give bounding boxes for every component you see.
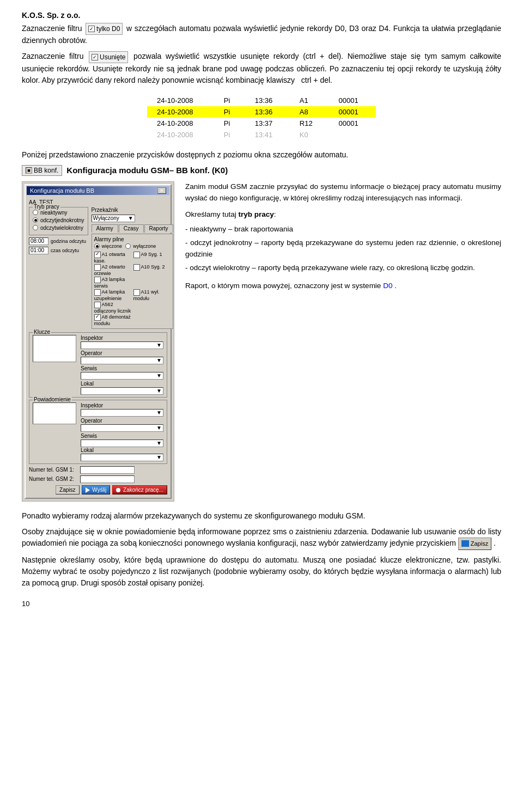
radio-jednokrotny-icon[interactable] [33, 217, 38, 223]
checkbox-a11[interactable] [133, 289, 140, 296]
operator-dropdown[interactable]: ▼ [81, 357, 163, 364]
filter-d0-prefix: Zaznaczenie filtru [22, 24, 82, 33]
zapisz-icon [461, 540, 469, 547]
gsm-section: Konfiguracja modułu BB ✕ AA_TEST Tryb pr… [22, 181, 501, 502]
radio-wielokrotny-icon[interactable] [33, 225, 38, 230]
radio-wylaczone-row: wyłączone [125, 243, 156, 249]
para-osoby-end: . [494, 539, 496, 547]
gsm2-row: Numer tel. GSM 2: [29, 475, 167, 483]
para-osoby-text: Osoby znajdujące się w oknie powiadomien… [22, 527, 501, 547]
dropdown-arrow-icon-3: ▼ [156, 357, 162, 363]
para-alarms: Ponadto wybieramy rodzaj alarmów przekaz… [22, 510, 501, 522]
tab-alarmy[interactable]: Alarmy [92, 224, 118, 233]
cell-day: Pi [214, 106, 245, 118]
checkbox-a3[interactable] [94, 277, 101, 283]
checkbox-a1[interactable] [94, 252, 101, 258]
wyslij-button[interactable]: Wyślij [82, 485, 111, 494]
klucze-title: Klucze [33, 329, 51, 335]
przekaznik-row: Przekaźnik [92, 207, 173, 213]
gsm-text-raport: Raport, o którym mowa powyżej, oznaczony… [185, 280, 501, 292]
usuniete-label: Usunięte [100, 52, 125, 62]
checkbox-a562[interactable] [94, 302, 101, 308]
cell-date: 24-10-2008 [147, 106, 214, 118]
lokal-dropdown[interactable]: ▼ [81, 387, 163, 395]
serwis-label: Serwis [81, 365, 163, 371]
czas-input[interactable]: 01:00 [29, 247, 48, 254]
gsm1-label: Numer tel. GSM 1: [29, 467, 78, 473]
win-columns: Tryb pracy nieaktywny odczytjednokrotny [29, 207, 167, 331]
radio-wieczone-label: więczone [102, 243, 123, 249]
para-nastepnie: Następnie określamy osoby, które będą up… [22, 554, 501, 589]
win-tabs: Alarmy Czasy Raporty [92, 224, 173, 233]
radio-wieczone-icon[interactable] [94, 243, 100, 249]
checkbox-a10[interactable] [133, 264, 140, 271]
win-close-button[interactable]: ✕ [157, 187, 166, 194]
table-row: 24-10-2008 Pi 13:41 K0 [147, 129, 376, 141]
lokal2-label: Lokal [81, 447, 163, 453]
d0-value: D0 [383, 282, 392, 290]
gsm-text-para2: Określamy tutaj tryb pracy: [185, 209, 501, 221]
filter-usuniete-prefix: Zaznaczenie filtru [22, 52, 83, 60]
para-filter-usuniete: Zaznaczenie filtru Usunięte pozwala wyśw… [22, 51, 501, 86]
powiadomienie-title: Powiadomienie [33, 396, 72, 402]
radio-jednokrotny-row: odczytjednokrotny [33, 217, 84, 223]
cell-date: 24-10-2008 [147, 129, 214, 141]
cell-num: 00001 [329, 95, 376, 106]
zakoncz-button[interactable]: Zakończ pracę... [112, 485, 167, 494]
inspektor-dropdown[interactable]: ▼ [81, 341, 163, 349]
gsm-text-block: Zanim moduł GSM zacznie przysyłać do sys… [185, 181, 501, 502]
operator2-label: Operator [81, 418, 163, 424]
gsm2-input[interactable] [80, 475, 135, 483]
lokal2-dropdown[interactable]: ▼ [81, 454, 163, 461]
checkbox-a2[interactable] [94, 264, 101, 271]
powiadomienie-groupbox: Powiadomienie Inspektor ▼ Operator ▼ Ser… [29, 400, 167, 464]
checkbox-a9[interactable] [133, 252, 140, 258]
dropdown-arrow-6: ▼ [156, 410, 162, 416]
radio-nieaktywny-icon[interactable] [33, 210, 38, 215]
gsm1-input[interactable] [80, 466, 135, 474]
alarm-item [133, 302, 171, 314]
godzina-row: 08:00 godzina odczytu [29, 237, 88, 245]
godzina-label: godzina odczytu [51, 239, 86, 244]
powiado-list [33, 402, 76, 424]
bb-konf-badge: ■ BB konf. [22, 165, 62, 176]
gsm-heading-text: Konfiguracja modułu GSM– BB konf. (K0) [66, 166, 228, 175]
alarm-item [133, 314, 171, 326]
gsm-window: Konfiguracja modułu BB ✕ AA_TEST Tryb pr… [22, 181, 174, 502]
alarmy-panel: Alarmy pilne więczone wyłączone [92, 234, 173, 329]
serwis2-dropdown[interactable]: ▼ [81, 439, 163, 447]
radio-wieczone-row: więczone [94, 243, 123, 249]
bottom-buttons: Zapisz Wyślij Zakończ pracę... [29, 485, 167, 494]
powiado-dropdowns: Inspektor ▼ Operator ▼ Serwis ▼ Lokal ▼ [81, 402, 163, 461]
alarm-item: A10 Syg. 2 [133, 264, 171, 276]
tab-raporty[interactable]: Raporty [144, 224, 173, 233]
checkbox-a8[interactable] [94, 314, 101, 321]
operator2-dropdown[interactable]: ▼ [81, 424, 163, 432]
serwis-dropdown[interactable]: ▼ [81, 372, 163, 380]
alarm-item: A2 otwarto orzewie [94, 264, 131, 276]
dropdown-arrow-icon-4: ▼ [156, 373, 162, 378]
dropdown-arrow-icon-2: ▼ [156, 342, 162, 348]
gsm-numbers: Numer tel. GSM 1: Numer tel. GSM 2: [29, 466, 167, 483]
table-row: 24-10-2008 Pi 13:37 R12 00001 [147, 118, 376, 129]
zapisz-button[interactable]: Zapisz [56, 485, 79, 494]
cell-day: Pi [214, 118, 245, 129]
dropdown-arrow-9: ▼ [156, 454, 162, 460]
cell-num: 00001 [329, 106, 376, 118]
cell-code: R12 [290, 118, 329, 129]
checkbox-a4[interactable] [94, 289, 101, 296]
win-titlebar: Konfiguracja modułu BB ✕ [27, 186, 169, 195]
radio-wylaczone-icon[interactable] [125, 243, 131, 249]
inspektor2-dropdown[interactable]: ▼ [81, 409, 163, 417]
raport-suffix: . [394, 282, 397, 290]
tab-czasy[interactable]: Czasy [119, 224, 144, 233]
czas-label: czas odczytu [51, 248, 79, 253]
godzina-input[interactable]: 08:00 [29, 237, 48, 245]
wylaczone-dropdown[interactable]: Wyłączony ▼ [92, 215, 135, 222]
cell-time: 13:36 [245, 106, 290, 118]
alarm-item [133, 277, 171, 289]
lokal-label: Lokal [81, 381, 163, 387]
cell-num: 00001 [329, 118, 376, 129]
alarm-item: A1 otwarta kase. [94, 252, 131, 264]
raport-prefix: Raport, o którym mowa powyżej, oznaczony… [185, 282, 381, 290]
